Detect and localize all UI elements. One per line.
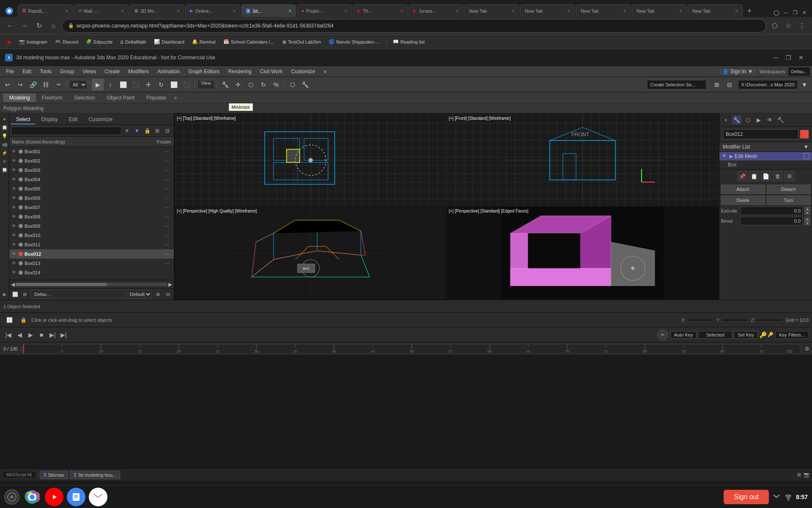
home-button[interactable]: ⌂	[47, 20, 59, 32]
scene-item-box002[interactable]: 👁 Box002 ⋯	[9, 156, 174, 166]
menu-create[interactable]: Create	[100, 68, 124, 75]
taskbar-gmail[interactable]	[89, 488, 107, 506]
scroll-left-btn[interactable]: ◀	[11, 282, 15, 287]
scale-tool[interactable]: ⬛	[181, 79, 192, 91]
select-move-tool[interactable]: ✛	[143, 79, 154, 91]
extensions-icon[interactable]: ⬡	[769, 20, 781, 32]
divide-button[interactable]: Divide	[721, 196, 765, 205]
taskbar-camera-icon[interactable]: 📷	[804, 472, 809, 478]
key-filter-icon[interactable]: 🔑	[760, 331, 767, 338]
scene-clear-btn[interactable]: ✕	[122, 126, 132, 135]
x-value[interactable]	[688, 319, 713, 321]
close-app[interactable]: ✕	[795, 52, 807, 64]
tab-online[interactable]: ▶ Online... ×	[185, 4, 240, 17]
taskbar-docs[interactable]	[67, 488, 85, 506]
left-icon-3[interactable]: 💡	[1, 132, 8, 140]
mod-tool-paste[interactable]: 📄	[761, 171, 771, 181]
mod-tool-pin[interactable]: 📌	[737, 171, 747, 181]
tab-rapidl[interactable]: R RapidL... ×	[18, 4, 73, 17]
snap-3d[interactable]: ⬡	[245, 79, 257, 91]
bookmark-reading-list[interactable]: 📖 Reading list	[390, 37, 428, 46]
scene-search-input[interactable]	[11, 127, 121, 135]
stop-btn[interactable]: ■	[36, 330, 47, 340]
view-dropdown[interactable]: View	[197, 80, 215, 89]
object-color-swatch[interactable]	[800, 130, 809, 138]
viewport-perspective-left[interactable]: [+] [Perspective] [High Quality] [Wirefr…	[175, 207, 446, 299]
left-icon-5[interactable]: ⚡	[1, 149, 8, 157]
menu-animation[interactable]: Animation	[153, 68, 184, 75]
mirror-tool[interactable]: ⬡	[287, 79, 299, 91]
scene-select-all-btn[interactable]: ⊞	[153, 126, 162, 135]
go-start-btn[interactable]: |◀	[3, 330, 14, 340]
sign-out-button[interactable]: Sign out	[724, 490, 769, 504]
close-browser[interactable]: ✕	[800, 8, 809, 17]
go-end-btn[interactable]: ▶|	[58, 330, 69, 340]
options-tray-icon[interactable]	[772, 492, 781, 502]
menu-more[interactable]: »	[319, 68, 331, 75]
scene-lock-btn[interactable]: 🔒	[143, 126, 152, 135]
mode-tab-selection[interactable]: Selection	[68, 94, 101, 102]
left-icon-1[interactable]: ●	[1, 115, 8, 123]
select-region-rect[interactable]: ⬜	[117, 79, 129, 91]
sign-in-button[interactable]: 👤 Sign In ▼	[719, 69, 756, 75]
bookmark-edpuzzle[interactable]: 🧩 Edpuzzle	[82, 37, 116, 46]
rp-utilities-icon[interactable]: 🔨	[776, 115, 785, 124]
menu-modifiers[interactable]: Modifiers	[124, 68, 153, 75]
select-region-circle[interactable]: ⬛	[130, 79, 142, 91]
rp-create-icon[interactable]: +	[721, 115, 730, 124]
maximize-app[interactable]: ❐	[782, 52, 794, 64]
tab-3ds-active[interactable]: 3 3d... ×	[241, 4, 296, 17]
mod-tool-config[interactable]: ⚙	[785, 171, 795, 181]
link-button[interactable]: 🔗	[27, 79, 39, 91]
bookmark-youtube[interactable]: ▶	[4, 37, 15, 47]
bookmark-school-cal[interactable]: 📅 School Calendars /...	[220, 37, 277, 46]
scene-item-box001[interactable]: 👁 Box001 ⋯	[9, 147, 174, 156]
workspace-options-btn[interactable]: ⊟	[164, 290, 172, 298]
scene-tab-display[interactable]: Display	[36, 115, 63, 124]
mode-tab-modeling[interactable]: Modeling	[3, 94, 36, 102]
next-frame-btn[interactable]: ▶|	[47, 330, 58, 340]
rp-display-icon[interactable]: 👁	[765, 115, 774, 124]
scene-item-box014[interactable]: 👁 Box014	[9, 268, 174, 277]
scale-rect[interactable]: ⬜	[168, 79, 180, 91]
prev-frame-btn[interactable]: ◀	[14, 330, 25, 340]
viewport-top[interactable]: [+] [Top] [Standard] [Wireframe]	[175, 114, 446, 206]
tab-th[interactable]: ▶ Th... ×	[353, 4, 408, 17]
snap-tool[interactable]: 🔧	[219, 79, 231, 91]
modifier-box-sub[interactable]: Box	[719, 160, 812, 169]
taskbar-app-3dsmax[interactable]: 3 3dsmax	[40, 471, 68, 479]
lock-mode-icon[interactable]: 🔒	[19, 315, 28, 325]
address-bar[interactable]: 🔒 wcpss-phoenix.cameyo.net/app.html?appN…	[62, 19, 766, 33]
selection-filter-dropdown[interactable]: All	[69, 80, 87, 89]
forward-button[interactable]: →	[19, 20, 30, 32]
percent-snap[interactable]: %	[270, 79, 282, 91]
menu-tools[interactable]: Tools	[36, 68, 56, 75]
maximize-browser[interactable]: ❐	[791, 8, 799, 17]
rotate-tool[interactable]: ↻	[155, 79, 167, 91]
bookmark-testout[interactable]: 🖥 TestOut LabSim	[278, 38, 324, 46]
detach-button[interactable]: Detach	[767, 185, 811, 194]
set-key-button[interactable]: Set Key	[734, 331, 758, 339]
new-tab-button[interactable]: +	[743, 5, 755, 17]
menu-customize[interactable]: Customize	[287, 68, 320, 75]
scene-item-box013[interactable]: 👁 Box013 ⋯	[9, 259, 174, 268]
menu-group[interactable]: Group	[56, 68, 78, 75]
scene-item-box011[interactable]: 👁 Box011 ⋯	[9, 240, 174, 249]
taskbar-screen-icon[interactable]: ⊞	[797, 472, 801, 478]
tab-new4[interactable]: New Tab ×	[632, 4, 687, 17]
select-move[interactable]: ↕	[104, 79, 116, 91]
play-btn[interactable]: ▶	[25, 330, 36, 340]
bookmark-discord[interactable]: 🎮 Discord	[52, 37, 82, 46]
select-tool[interactable]: ▶	[92, 79, 104, 91]
scene-item-box007[interactable]: 👁 Box007 ⋯	[9, 203, 174, 212]
bookmark-naruto[interactable]: 🌀 Naruto Shippuden -...	[325, 37, 384, 46]
modifier-edit-mesh[interactable]: 👁 ▶ Edit Mesh	[719, 152, 812, 160]
turn-button[interactable]: Turn	[767, 196, 811, 205]
workspace-more-btn[interactable]: ⊞	[154, 290, 162, 298]
bevel-up[interactable]: ▲	[804, 217, 810, 221]
left-icon-4[interactable]: 📹	[1, 141, 8, 148]
menu-graph-editors[interactable]: Graph Editors	[184, 68, 224, 75]
scroll-track[interactable]	[16, 283, 167, 286]
scene-item-box003[interactable]: 👁 Box003 ⋯	[9, 166, 174, 175]
viewport-perspective-right[interactable]: [+] [Perspective] [Standard] [Edged Face…	[447, 207, 718, 299]
